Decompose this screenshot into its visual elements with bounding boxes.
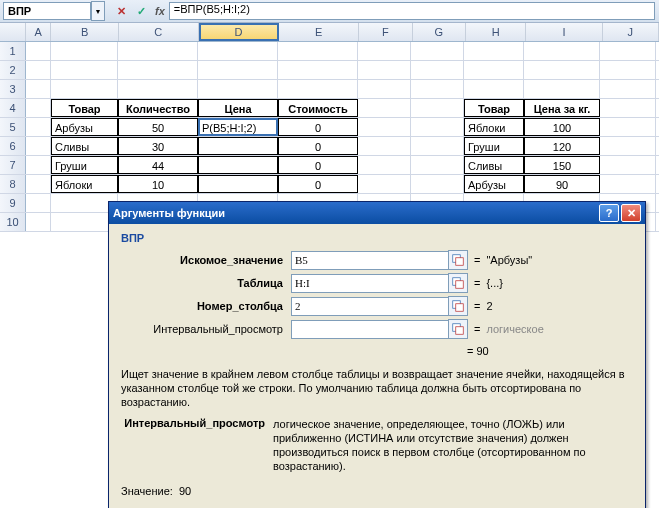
enter-formula-icon[interactable]: ✓ [132,2,150,20]
cell-J1[interactable] [600,42,656,60]
col-header-a[interactable]: A [26,23,52,41]
cell-D5[interactable]: Р(B5;H:I;2) [198,118,278,136]
cell-J3[interactable] [600,80,656,98]
row-header[interactable]: 10 [0,213,26,231]
cell-D3[interactable] [198,80,278,98]
cell-A7[interactable] [26,156,51,174]
dialog-help-icon[interactable]: ? [599,204,619,222]
cell-A3[interactable] [26,80,51,98]
cell-F4[interactable] [358,99,411,117]
cell-J5[interactable] [600,118,656,136]
arg-input-1[interactable] [291,274,449,293]
cell-C1[interactable] [118,42,198,60]
cell-C4[interactable]: Количество [118,99,198,117]
cell-F2[interactable] [358,61,411,79]
cell-B7[interactable]: Груши [51,156,118,174]
cell-H8[interactable]: Арбузы [464,175,524,193]
cell-B1[interactable] [51,42,118,60]
arg-input-3[interactable] [291,320,449,339]
cell-C8[interactable]: 10 [118,175,198,193]
cell-B8[interactable]: Яблоки [51,175,118,193]
cancel-formula-icon[interactable]: ✕ [112,2,130,20]
range-selector-icon[interactable] [448,296,468,316]
row-header[interactable]: 8 [0,175,26,193]
cell-E5[interactable]: 0 [278,118,358,136]
cell-F8[interactable] [358,175,411,193]
cell-B3[interactable] [51,80,118,98]
row-header[interactable]: 9 [0,194,26,212]
cell-G3[interactable] [411,80,464,98]
name-box-dropdown[interactable]: ▼ [91,1,105,21]
cell-I8[interactable]: 90 [524,175,600,193]
col-header-g[interactable]: G [413,23,466,41]
cell-F1[interactable] [358,42,411,60]
cell-D4[interactable]: Цена [198,99,278,117]
cell-H5[interactable]: Яблоки [464,118,524,136]
cell-E3[interactable] [278,80,358,98]
cell-G4[interactable] [411,99,464,117]
fx-icon[interactable]: fx [155,5,165,17]
cell-A6[interactable] [26,137,51,155]
cell-J4[interactable] [600,99,656,117]
row-header[interactable]: 2 [0,61,26,79]
name-box[interactable]: ВПР [3,2,91,20]
cell-E1[interactable] [278,42,358,60]
cell-H6[interactable]: Груши [464,137,524,155]
cell-I7[interactable]: 150 [524,156,600,174]
cell-I5[interactable]: 100 [524,118,600,136]
cell-C7[interactable]: 44 [118,156,198,174]
cell-J2[interactable] [600,61,656,79]
cell-G1[interactable] [411,42,464,60]
cell-E2[interactable] [278,61,358,79]
cell-G7[interactable] [411,156,464,174]
cell-D8[interactable] [198,175,278,193]
cell-C2[interactable] [118,61,198,79]
cell-C3[interactable] [118,80,198,98]
cell-A1[interactable] [26,42,51,60]
cell-E7[interactable]: 0 [278,156,358,174]
cell-F3[interactable] [358,80,411,98]
row-header[interactable]: 6 [0,137,26,155]
cell-F7[interactable] [358,156,411,174]
arg-input-0[interactable] [291,251,449,270]
cell-G5[interactable] [411,118,464,136]
cell-A8[interactable] [26,175,51,193]
cell-J6[interactable] [600,137,656,155]
cell-B2[interactable] [51,61,118,79]
cell-H2[interactable] [464,61,524,79]
col-header-f[interactable]: F [359,23,412,41]
cell-F6[interactable] [358,137,411,155]
col-header-j[interactable]: J [603,23,659,41]
dialog-close-icon[interactable]: ✕ [621,204,641,222]
select-all-corner[interactable] [0,23,26,41]
cell-B4[interactable]: Товар [51,99,118,117]
cell-A9[interactable] [26,194,51,212]
cell-F5[interactable] [358,118,411,136]
cell-D1[interactable] [198,42,278,60]
range-selector-icon[interactable] [448,273,468,293]
col-header-c[interactable]: C [119,23,199,41]
cell-B5[interactable]: Арбузы [51,118,118,136]
dialog-titlebar[interactable]: Аргументы функции ? ✕ [109,202,645,224]
cell-C6[interactable]: 30 [118,137,198,155]
cell-I1[interactable] [524,42,600,60]
arg-input-2[interactable] [291,297,449,316]
cell-J7[interactable] [600,156,656,174]
cell-I3[interactable] [524,80,600,98]
cell-B6[interactable]: Сливы [51,137,118,155]
col-header-b[interactable]: B [51,23,118,41]
cell-G6[interactable] [411,137,464,155]
cell-H1[interactable] [464,42,524,60]
cell-A5[interactable] [26,118,51,136]
cell-A4[interactable] [26,99,51,117]
row-header[interactable]: 3 [0,80,26,98]
row-header[interactable]: 7 [0,156,26,174]
cell-I6[interactable]: 120 [524,137,600,155]
col-header-d[interactable]: D [199,23,279,41]
range-selector-icon[interactable] [448,319,468,339]
cell-A10[interactable] [26,213,51,231]
cell-D6[interactable] [198,137,278,155]
cell-E4[interactable]: Стоимость [278,99,358,117]
cell-H3[interactable] [464,80,524,98]
cell-I2[interactable] [524,61,600,79]
